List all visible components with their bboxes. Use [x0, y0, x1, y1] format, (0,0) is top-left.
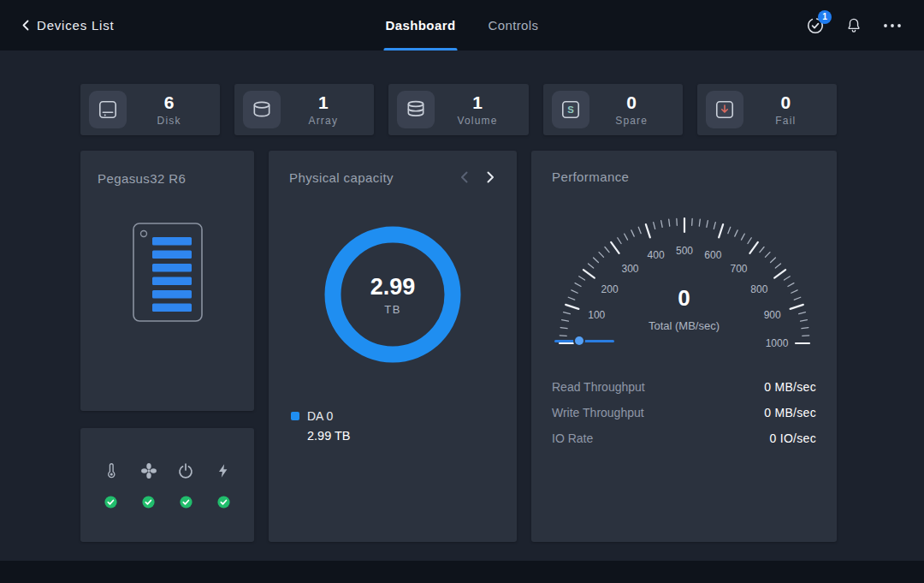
array-count: 1 — [318, 92, 329, 112]
active-tab-underline — [383, 48, 457, 51]
topbar-actions: 1 — [806, 16, 902, 35]
disk-icon — [89, 91, 127, 128]
capacity-legend: DA 0 2.99 TB — [289, 409, 496, 443]
disk-label: Disk — [157, 115, 181, 127]
svg-text:600: 600 — [704, 249, 721, 261]
capacity-card: Physical capacity 2.99 TB — [269, 151, 517, 542]
left-column: Pegasus32 R6 — [80, 151, 254, 542]
spare-icon: S — [552, 91, 589, 128]
health-card — [80, 428, 254, 542]
stat-card-array[interactable]: 1 Array — [234, 84, 374, 135]
svg-text:500: 500 — [675, 245, 692, 257]
legend-label: DA 0 — [307, 409, 333, 423]
performance-card: Performance 1002003004005006007008009001… — [531, 151, 837, 542]
dashboard-content: 6 Disk 1 Array — [80, 84, 837, 542]
capacity-donut-chart: 2.99 TB — [316, 217, 470, 372]
stat-card-disk[interactable]: 6 Disk — [80, 84, 220, 135]
back-to-devices-button[interactable]: Devices List — [22, 18, 114, 33]
svg-text:700: 700 — [730, 263, 747, 275]
gauge-total-value: 0 — [553, 287, 816, 309]
svg-text:400: 400 — [647, 249, 664, 261]
array-label: Array — [308, 115, 338, 127]
bell-button[interactable] — [845, 16, 862, 34]
drive-bays — [152, 237, 192, 312]
write-throughput-label: Write Throughput — [552, 406, 644, 419]
stat-card-volume[interactable]: 1 Volume — [388, 84, 528, 135]
status-ok-icon — [216, 495, 231, 509]
gauge-total-label: Total (MB/sec) — [553, 319, 816, 332]
back-label: Devices List — [37, 18, 114, 33]
metric-row-write: Write Throughput 0 MB/sec — [552, 400, 816, 425]
capacity-title: Physical capacity — [289, 170, 394, 185]
status-ok-icon — [141, 495, 156, 509]
spare-count: 0 — [626, 92, 637, 112]
status-ok-icon — [179, 495, 193, 509]
fail-icon — [706, 91, 743, 128]
health-icons-row — [92, 461, 242, 481]
slider-track — [554, 340, 614, 342]
device-card: Pegasus32 R6 — [80, 151, 254, 411]
tab-controls-label: Controls — [488, 18, 538, 33]
disk-count: 6 — [164, 92, 175, 112]
power-icon — [175, 461, 196, 481]
voltage-icon — [214, 461, 233, 481]
metric-row-read: Read Throughput 0 MB/sec — [552, 374, 816, 400]
io-rate-value: 0 IO/sec — [769, 431, 816, 445]
spare-label: Spare — [615, 115, 648, 127]
tab-dashboard[interactable]: Dashboard — [385, 0, 455, 51]
notification-badge: 1 — [818, 10, 832, 24]
device-illustration — [98, 218, 237, 331]
temperature-icon — [102, 461, 121, 481]
bell-icon — [845, 16, 862, 34]
performance-gauge: 1002003004005006007008009001000 0 Total … — [553, 208, 816, 352]
volume-icon — [397, 91, 435, 128]
fail-label: Fail — [775, 115, 796, 127]
volume-count: 1 — [472, 92, 483, 112]
tab-dashboard-label: Dashboard — [385, 18, 455, 33]
volume-label: Volume — [457, 115, 497, 127]
metric-row-io: IO Rate 0 IO/sec — [552, 425, 816, 451]
bottom-bar — [0, 561, 924, 583]
capacity-value: 2.99 — [370, 274, 416, 300]
tab-controls[interactable]: Controls — [488, 0, 538, 51]
performance-title: Performance — [552, 170, 816, 184]
gauge-scale-slider[interactable] — [554, 336, 614, 346]
legend-swatch — [291, 412, 299, 420]
slider-knob[interactable] — [575, 336, 583, 345]
tasks-check-button[interactable]: 1 — [806, 16, 825, 35]
capacity-prev-button[interactable] — [459, 170, 470, 185]
svg-text:1000: 1000 — [765, 337, 788, 349]
stat-card-fail[interactable]: 0 Fail — [697, 84, 837, 135]
read-throughput-value: 0 MB/sec — [764, 380, 816, 394]
device-name: Pegasus32 R6 — [98, 171, 237, 186]
health-status-row — [92, 495, 242, 509]
main-grid: Pegasus32 R6 — [80, 151, 837, 542]
capacity-next-button[interactable] — [485, 170, 496, 185]
performance-metrics: Read Throughput 0 MB/sec Write Throughpu… — [552, 374, 816, 451]
io-rate-label: IO Rate — [552, 431, 593, 445]
legend-value: 2.99 TB — [307, 429, 496, 443]
write-throughput-value: 0 MB/sec — [764, 406, 816, 419]
array-icon — [243, 91, 281, 128]
fail-count: 0 — [781, 92, 791, 112]
chevron-left-icon — [22, 20, 29, 31]
more-menu-button[interactable] — [883, 23, 902, 28]
fan-icon — [139, 461, 159, 481]
status-ok-icon — [104, 495, 118, 509]
top-bar: Devices List Dashboard Controls 1 — [0, 0, 924, 51]
summary-stats-row: 6 Disk 1 Array — [80, 84, 837, 135]
ellipsis-icon — [883, 23, 902, 28]
capacity-unit: TB — [384, 303, 401, 316]
svg-text:S: S — [567, 104, 574, 115]
read-throughput-label: Read Throughput — [552, 380, 645, 394]
stat-card-spare[interactable]: S 0 Spare — [543, 84, 683, 135]
svg-text:300: 300 — [621, 263, 638, 275]
main-tabs: Dashboard Controls — [385, 0, 538, 51]
